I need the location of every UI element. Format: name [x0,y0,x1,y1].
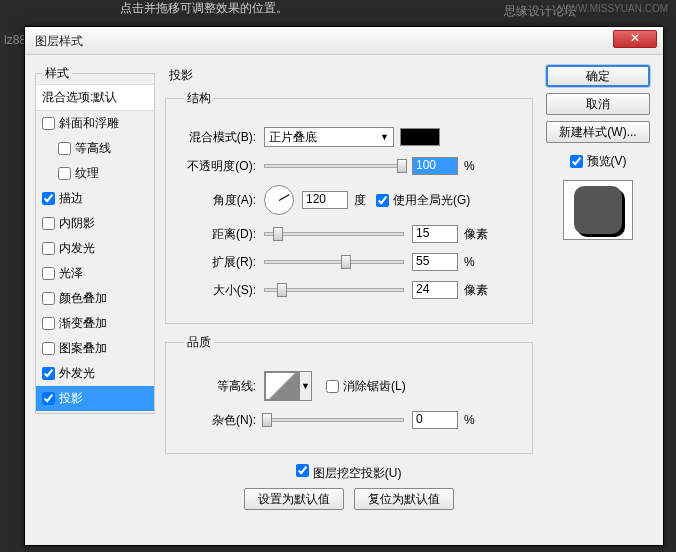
style-label: 内发光 [59,240,95,257]
style-label: 颜色叠加 [59,290,107,307]
blend-mode-label: 混合模式(B): [178,129,256,146]
angle-input[interactable]: 120 [302,191,348,209]
styles-panel: 样式 混合选项:默认 斜面和浮雕等高线纹理描边内阴影内发光光泽颜色叠加渐变叠加图… [35,65,155,510]
size-slider[interactable] [264,288,404,292]
style-item[interactable]: 光泽 [36,261,154,286]
style-item[interactable]: 图案叠加 [36,336,154,361]
style-label: 外发光 [59,365,95,382]
style-checkbox[interactable] [42,342,55,355]
blend-mode-value: 正片叠底 [269,129,317,146]
contour-preview [265,372,299,400]
style-checkbox[interactable] [42,392,55,405]
contour-combo[interactable]: ▼ [264,371,312,401]
bg-lz: lz88 [4,33,26,47]
angle-label: 角度(A): [178,192,256,209]
spread-slider[interactable] [264,260,404,264]
center-panel: 投影 结构 混合模式(B): 正片叠底 ▼ 不透明度(O): 100 % [165,65,533,510]
bg-hint: 点击并拖移可调整效果的位置。 [120,0,288,17]
style-label: 渐变叠加 [59,315,107,332]
noise-label: 杂色(N): [178,412,256,429]
knockout-label: 图层挖空投影(U) [313,466,402,480]
layer-style-dialog: 图层样式 ✕ 样式 混合选项:默认 斜面和浮雕等高线纹理描边内阴影内发光光泽颜色… [24,26,664,546]
blending-options[interactable]: 混合选项:默认 [36,84,154,111]
shadow-color-swatch[interactable] [400,128,440,146]
style-label: 纹理 [75,165,99,182]
preview-checkbox[interactable] [570,155,583,168]
style-label: 等高线 [75,140,111,157]
style-checkbox[interactable] [42,242,55,255]
style-item[interactable]: 斜面和浮雕 [36,111,154,136]
style-item[interactable]: 描边 [36,186,154,211]
style-item[interactable]: 等高线 [36,136,154,161]
style-label: 内阴影 [59,215,95,232]
opacity-unit: % [464,159,475,173]
style-item[interactable]: 外发光 [36,361,154,386]
style-item[interactable]: 内阴影 [36,211,154,236]
distance-unit: 像素 [464,226,488,243]
global-light-label: 使用全局光(G) [393,192,470,209]
contour-label: 等高线: [178,378,256,395]
style-item[interactable]: 纹理 [36,161,154,186]
angle-unit: 度 [354,192,366,209]
style-checkbox[interactable] [42,192,55,205]
blend-mode-combo[interactable]: 正片叠底 ▼ [264,127,394,147]
size-unit: 像素 [464,282,488,299]
close-button[interactable]: ✕ [613,30,657,48]
opacity-input[interactable]: 100 [412,157,458,175]
quality-legend: 品质 [184,334,214,351]
titlebar: 图层样式 ✕ [25,27,663,55]
chevron-down-icon: ▼ [299,372,311,400]
bg-url: WWW.MISSYUAN.COM [559,3,668,14]
spread-label: 扩展(R): [178,254,256,271]
section-title: 投影 [169,67,533,84]
distance-label: 距离(D): [178,226,256,243]
style-checkbox[interactable] [42,117,55,130]
size-label: 大小(S): [178,282,256,299]
size-input[interactable]: 24 [412,281,458,299]
style-checkbox[interactable] [42,292,55,305]
knockout-checkbox[interactable] [296,464,309,477]
antialias-label: 消除锯齿(L) [343,378,406,395]
style-checkbox[interactable] [42,217,55,230]
style-label: 斜面和浮雕 [59,115,119,132]
styles-legend: 样式 [42,65,72,82]
style-checkbox[interactable] [42,317,55,330]
style-checkbox[interactable] [58,167,71,180]
preview-box [563,180,633,240]
antialias-checkbox[interactable] [326,380,339,393]
noise-slider[interactable] [264,418,404,422]
style-item[interactable]: 内发光 [36,236,154,261]
style-checkbox[interactable] [58,142,71,155]
opacity-slider[interactable] [264,164,404,168]
style-label: 光泽 [59,265,83,282]
style-item[interactable]: 投影 [36,386,154,411]
preview-label: 预览(V) [587,153,627,170]
right-panel: 确定 取消 新建样式(W)... 预览(V) [543,65,653,510]
style-item[interactable]: 渐变叠加 [36,311,154,336]
style-label: 图案叠加 [59,340,107,357]
new-style-button[interactable]: 新建样式(W)... [546,121,650,143]
distance-slider[interactable] [264,232,404,236]
style-item[interactable]: 颜色叠加 [36,286,154,311]
angle-dial[interactable] [264,185,294,215]
ok-button[interactable]: 确定 [546,65,650,87]
style-checkbox[interactable] [42,367,55,380]
spread-unit: % [464,255,475,269]
style-checkbox[interactable] [42,267,55,280]
global-light-checkbox[interactable] [376,194,389,207]
dialog-title: 图层样式 [35,33,83,50]
style-label: 投影 [59,390,83,407]
style-label: 描边 [59,190,83,207]
noise-unit: % [464,413,475,427]
reset-default-button[interactable]: 复位为默认值 [354,488,454,510]
preview-shape [574,186,622,234]
cancel-button[interactable]: 取消 [546,93,650,115]
spread-input[interactable]: 55 [412,253,458,271]
set-default-button[interactable]: 设置为默认值 [244,488,344,510]
structure-legend: 结构 [184,90,214,107]
opacity-label: 不透明度(O): [178,158,256,175]
chevron-down-icon: ▼ [380,132,389,142]
noise-input[interactable]: 0 [412,411,458,429]
distance-input[interactable]: 15 [412,225,458,243]
